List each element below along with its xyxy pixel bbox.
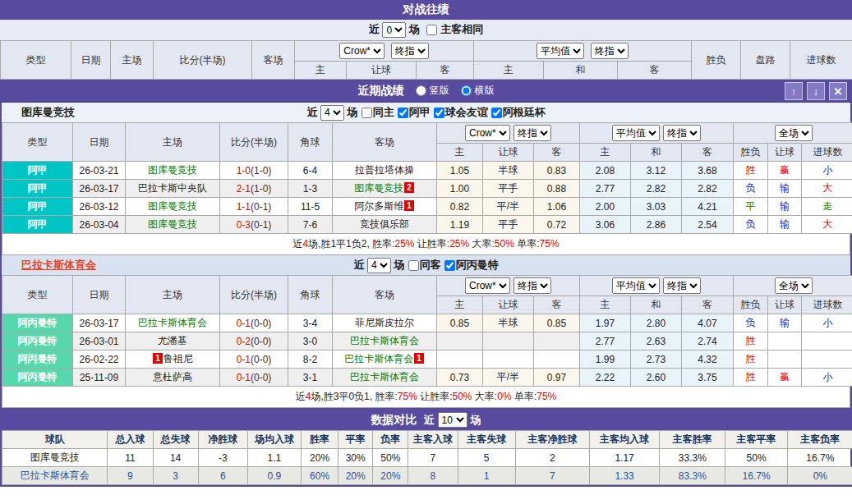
average-select[interactable]: 平均值 <box>612 125 660 141</box>
comparison-col: 净胜球 <box>198 431 247 449</box>
h2h-europe-stage-select[interactable]: 终指 <box>591 43 629 59</box>
europe-odds-cell: 2.82 <box>682 180 734 198</box>
layout-vertical-option[interactable]: 竖版 <box>412 84 449 98</box>
bookmaker-select[interactable]: Crow* <box>465 277 510 294</box>
handicap-odds-cell: 0.82 <box>437 198 483 216</box>
stat-cell: 14 <box>153 449 198 467</box>
h2h-average-select[interactable]: 平均值 <box>537 43 584 59</box>
team-name: 鲁祖尼 <box>163 353 193 364</box>
summary-segment: 大率: <box>472 391 498 402</box>
h2h-recent-select[interactable]: 0 <box>382 22 406 38</box>
h2h-table: 类型 日期 主场 比分(半场) 客场 Crow* 终指 平均值 终指 胜负 盘路… <box>0 40 852 80</box>
filter-checkbox[interactable] <box>362 108 372 118</box>
team-name: 图库曼竞技 <box>148 200 197 212</box>
h2h-filter-row: 近 0 场 主客相同 <box>0 20 852 40</box>
comparison-row: 巴拉卡斯体育会9360.960%20%20%8171.3383.3%16.7%0… <box>2 467 852 485</box>
filter-checkbox-option[interactable]: 阿丙曼特 <box>441 259 499 271</box>
summary-segment: 大率: <box>469 238 495 250</box>
halftime-score: (1-0) <box>251 183 271 195</box>
stat-cell: 0% <box>787 467 852 485</box>
score-cell: 2-1(1-0) <box>220 180 288 198</box>
stat-cell: 16.7% <box>725 467 787 485</box>
comparison-recent-select[interactable]: 10 <box>438 412 467 428</box>
stat-cell: 2 <box>515 449 589 467</box>
halftime-score: (0-0) <box>251 372 271 383</box>
result-cell: 胜 <box>734 369 768 387</box>
result-cell: 输 <box>768 314 802 332</box>
section-summary: 近4场,胜1平1负2, 胜率:25% 让胜率:25% 大率:50% 单率:75% <box>2 234 850 255</box>
average-select[interactable]: 平均值 <box>612 277 660 294</box>
recent-subcol-13: 让球 <box>768 296 802 314</box>
section-team-title[interactable]: 巴拉卡斯体育会 <box>21 258 96 273</box>
average-select[interactable]: 终指 <box>663 125 701 141</box>
horizontal-radio[interactable] <box>461 85 472 96</box>
recent-count-select[interactable]: 4 <box>320 105 344 121</box>
fulltime-score: 1-0 <box>237 165 251 176</box>
recent-count-select[interactable]: 4 <box>367 258 391 273</box>
scope-select[interactable]: 全场 <box>775 277 813 294</box>
h2h-handicap-stage-select[interactable]: 终指 <box>391 43 429 59</box>
filter-checkbox-option[interactable]: 同主 <box>358 106 394 118</box>
bookmaker-select-group: Crow*终指 <box>437 123 580 144</box>
scope-select[interactable]: 全场 <box>775 125 813 141</box>
filter-checkbox-option[interactable]: 同客 <box>405 259 441 271</box>
recent-subcol-11: 客 <box>682 296 734 314</box>
filter-checkbox[interactable] <box>408 260 419 271</box>
h2h-col-score: 比分(半场) <box>154 41 252 80</box>
filter-checkbox-option[interactable]: 球会友谊 <box>431 106 488 118</box>
close-button[interactable]: ✕ <box>829 82 847 100</box>
move-up-button[interactable]: ↑ <box>785 82 803 100</box>
filter-checkbox[interactable] <box>434 108 444 118</box>
window-buttons: ↑ ↓ ✕ <box>785 82 847 100</box>
corner-cell: 7-6 <box>288 216 333 234</box>
corner-cell: 3-1 <box>288 369 333 387</box>
result-cell: 大 <box>802 216 852 234</box>
europe-odds-cell: 2.74 <box>682 332 734 351</box>
bookmaker-select[interactable]: Crow* <box>465 125 510 141</box>
bookmaker-select[interactable]: 终指 <box>514 277 551 294</box>
handicap-odds-cell: 半球 <box>483 314 534 332</box>
matches-label: 场 <box>391 259 405 271</box>
filter-checkbox-label: 阿甲 <box>409 106 431 118</box>
vertical-radio[interactable] <box>416 85 426 96</box>
scope-select-group: 全场 <box>734 276 852 296</box>
result-cell <box>802 332 852 351</box>
filter-checkbox[interactable] <box>398 108 408 118</box>
comparison-col: 主客负率 <box>787 431 852 449</box>
comparison-col: 主客入球 <box>408 431 458 449</box>
filter-checkbox[interactable] <box>491 108 502 118</box>
recent-subcol-6: 主 <box>437 144 483 162</box>
h2h-title: 对战往绩 <box>403 2 449 17</box>
h2h-bookmaker-select[interactable]: Crow* <box>339 43 385 59</box>
bookmaker-select[interactable]: 终指 <box>514 125 551 141</box>
stat-cell: 20% <box>338 467 373 485</box>
filter-checkbox-option[interactable]: 阿根廷杯 <box>488 106 546 118</box>
filter-checkbox[interactable] <box>444 260 455 271</box>
comparison-matches-label: 场 <box>471 413 481 428</box>
date-cell: 26-02-22 <box>73 351 126 369</box>
filter-checkbox-option[interactable]: 阿甲 <box>394 106 431 118</box>
team-name: 阿尔多斯维 <box>354 200 403 212</box>
europe-odds-cell: 2.82 <box>631 180 682 198</box>
move-down-button[interactable]: ↓ <box>807 82 825 100</box>
comparison-col: 胜率 <box>302 431 338 449</box>
comparison-recent-label: 近 <box>424 413 435 428</box>
date-cell: 26-03-01 <box>73 332 126 351</box>
arrow-down-icon: ↓ <box>813 85 819 98</box>
table-row: 阿丙曼特26-03-01尤潘基0-2(0-0)3-0巴拉卡斯体育会2.772.6… <box>2 332 852 351</box>
comparison-col: 主客净胜球 <box>515 431 589 449</box>
section-filter: 近 4 场同客阿丙曼特 <box>2 258 850 273</box>
recent-panel: 图库曼竞技近 4 场同主阿甲球会友谊阿根廷杯类型日期主场比分(半场)角球客场Cr… <box>0 103 852 410</box>
fulltime-score: 1-1 <box>237 201 251 213</box>
h2h-same-home-away-checkbox[interactable] <box>426 25 437 35</box>
table-row: 阿甲26-03-21图库曼竞技1-0(1-0)6-4拉普拉塔体操1.05半球0.… <box>2 162 852 180</box>
average-select[interactable]: 终指 <box>663 277 701 294</box>
team-name: 巴拉卡斯体育会 <box>138 317 207 328</box>
layout-horizontal-option[interactable]: 横版 <box>458 84 495 98</box>
filter-checkbox-label: 同客 <box>420 259 441 271</box>
europe-odds-cell: 2.63 <box>631 332 682 351</box>
recent-col-1: 日期 <box>73 123 126 162</box>
recent-subcol-10: 和 <box>631 296 682 314</box>
date-cell: 26-03-12 <box>73 198 126 216</box>
recent-subcol-9: 主 <box>580 144 631 162</box>
